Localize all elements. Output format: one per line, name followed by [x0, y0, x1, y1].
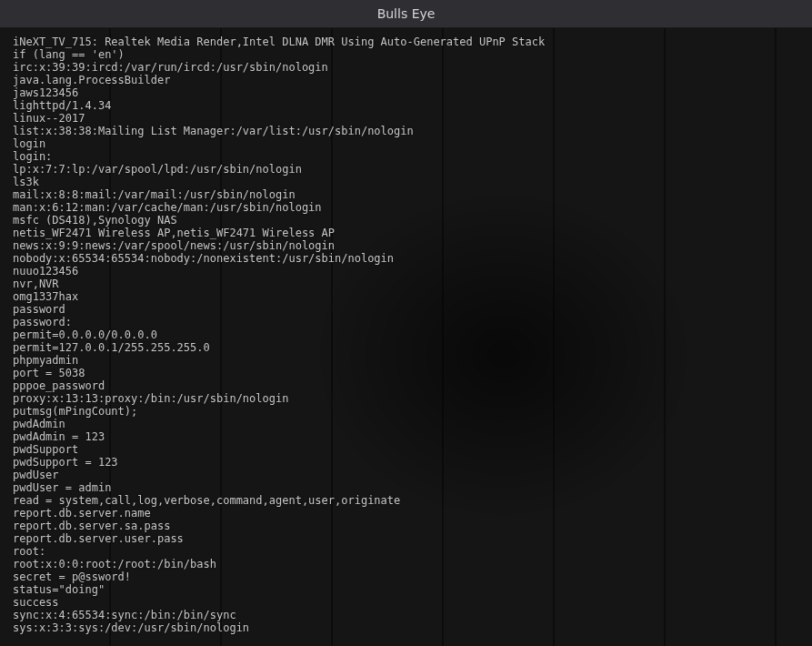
terminal-line: port = 5038 [13, 367, 801, 379]
terminal-line: permit=127.0.0.1/255.255.255.0 [13, 341, 801, 354]
terminal-line: sync:x:4:65534:sync:/bin:/bin/sync [13, 609, 801, 621]
app-window: Bulls Eye iNeXT_TV_715: Realtek Media Re… [0, 0, 812, 646]
terminal-line: password [13, 303, 801, 316]
terminal-line: lp:x:7:7:lp:/var/spool/lpd:/usr/sbin/nol… [13, 163, 801, 176]
terminal-line: password: [13, 316, 801, 328]
terminal-line: secret = p@ssword! [13, 570, 801, 583]
terminal-line: putmsg(mPingCount); [13, 405, 801, 418]
terminal-line: sys:x:3:3:sys:/dev:/usr/sbin/nologin [13, 621, 801, 634]
terminal-line: phpmyadmin [13, 354, 801, 367]
window-titlebar[interactable]: Bulls Eye [0, 0, 812, 28]
terminal-line: iNeXT_TV_715: Realtek Media Render,Intel… [13, 35, 801, 48]
terminal-line: report.db.server.sa.pass [13, 520, 801, 532]
terminal-line: permit=0.0.0.0/0.0.0.0 [13, 328, 801, 341]
terminal-line: pwdSupport [13, 443, 801, 456]
terminal-line: omg1337hax [13, 290, 801, 303]
terminal-line: status="doing" [13, 583, 801, 596]
terminal-line: pwdAdmin = 123 [13, 430, 801, 443]
terminal-line: irc:x:39:39:ircd:/var/run/ircd:/usr/sbin… [13, 61, 801, 74]
terminal-line: lighttpd/1.4.34 [13, 99, 801, 112]
terminal-line: nvr,NVR [13, 278, 801, 290]
terminal-line: read = system,call,log,verbose,command,a… [13, 494, 801, 507]
terminal-line: ls3k [13, 176, 801, 188]
terminal-line: netis_WF2471 Wireless AP,netis_WF2471 Wi… [13, 227, 801, 239]
terminal-line: nuuo123456 [13, 265, 801, 278]
terminal-line: proxy:x:13:13:proxy:/bin:/usr/sbin/nolog… [13, 392, 801, 405]
terminal-line: linux--2017 [13, 112, 801, 125]
terminal-line: msfc (DS418),Synology NAS [13, 214, 801, 227]
terminal-line: login: [13, 150, 801, 163]
terminal-line: jaws123456 [13, 86, 801, 99]
terminal-line: success [13, 596, 801, 609]
terminal-line: report.db.server.user.pass [13, 532, 801, 545]
window-title: Bulls Eye [377, 6, 436, 21]
terminal-line: if (lang == 'en') [13, 48, 801, 61]
terminal-line: root: [13, 545, 801, 558]
terminal-line: root:x:0:0:root:/root:/bin/bash [13, 558, 801, 570]
terminal-line: pwdUser = admin [13, 481, 801, 494]
terminal-line: report.db.server.name [13, 507, 801, 520]
terminal-line: man:x:6:12:man:/var/cache/man:/usr/sbin/… [13, 201, 801, 214]
terminal-line: news:x:9:9:news:/var/spool/news:/usr/sbi… [13, 239, 801, 252]
terminal-line: pwdAdmin [13, 418, 801, 430]
terminal-line: login [13, 137, 801, 150]
terminal-line: mail:x:8:8:mail:/var/mail:/usr/sbin/nolo… [13, 188, 801, 201]
terminal-line: pwdSupport = 123 [13, 456, 801, 469]
terminal-line: nobody:x:65534:65534:nobody:/nonexistent… [13, 252, 801, 265]
terminal-line: java.lang.ProcessBuilder [13, 74, 801, 86]
terminal-line: list:x:38:38:Mailing List Manager:/var/l… [13, 125, 801, 137]
terminal-content[interactable]: iNeXT_TV_715: Realtek Media Render,Intel… [0, 28, 812, 646]
terminal-line: pppoe_password [13, 379, 801, 392]
terminal-line: pwdUser [13, 469, 801, 481]
